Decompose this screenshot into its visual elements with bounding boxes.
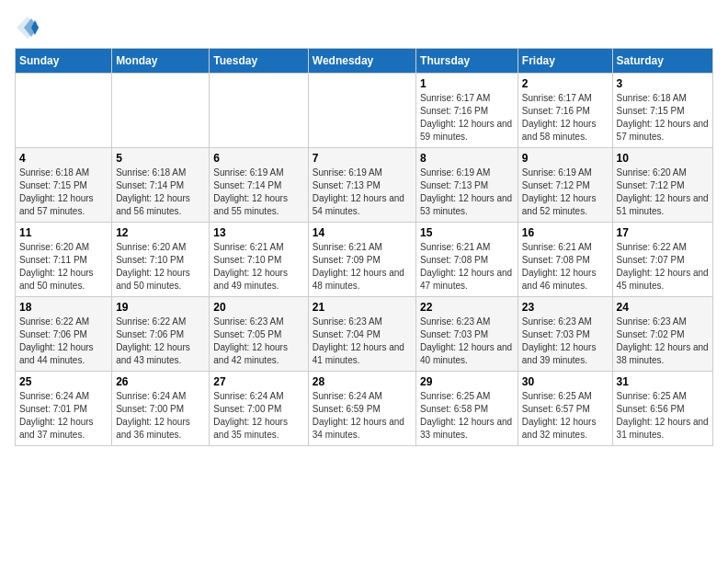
day-cell: 30Sunrise: 6:25 AMSunset: 6:57 PMDayligh… (518, 372, 612, 446)
header-monday: Monday (112, 49, 210, 74)
day-cell: 16Sunrise: 6:21 AMSunset: 7:08 PMDayligh… (518, 223, 612, 297)
day-cell (112, 74, 210, 148)
day-cell (16, 74, 112, 148)
day-info: Sunrise: 6:24 AMSunset: 7:00 PMDaylight:… (213, 390, 303, 442)
day-info: Sunrise: 6:25 AMSunset: 6:58 PMDaylight:… (420, 390, 514, 442)
day-info: Sunrise: 6:22 AMSunset: 7:07 PMDaylight:… (617, 241, 709, 293)
day-cell: 10Sunrise: 6:20 AMSunset: 7:12 PMDayligh… (612, 148, 712, 223)
day-info: Sunrise: 6:19 AMSunset: 7:13 PMDaylight:… (420, 167, 514, 218)
day-cell: 21Sunrise: 6:23 AMSunset: 7:04 PMDayligh… (308, 297, 415, 372)
day-number: 12 (116, 226, 205, 239)
day-number: 29 (420, 375, 514, 388)
day-number: 18 (19, 301, 108, 314)
week-row-1: 1Sunrise: 6:17 AMSunset: 7:16 PMDaylight… (16, 74, 713, 148)
day-info: Sunrise: 6:20 AMSunset: 7:11 PMDaylight:… (19, 241, 108, 293)
day-cell: 9Sunrise: 6:19 AMSunset: 7:12 PMDaylight… (518, 148, 612, 223)
day-number: 1 (420, 77, 514, 90)
day-cell: 6Sunrise: 6:19 AMSunset: 7:14 PMDaylight… (210, 148, 308, 223)
day-info: Sunrise: 6:25 AMSunset: 6:57 PMDaylight:… (522, 390, 609, 442)
day-info: Sunrise: 6:17 AMSunset: 7:16 PMDaylight:… (420, 92, 514, 144)
day-number: 9 (522, 152, 609, 165)
week-row-4: 18Sunrise: 6:22 AMSunset: 7:06 PMDayligh… (16, 297, 713, 372)
page-header (15, 15, 713, 40)
day-cell: 4Sunrise: 6:18 AMSunset: 7:15 PMDaylight… (16, 148, 112, 223)
day-number: 28 (313, 375, 412, 388)
day-info: Sunrise: 6:22 AMSunset: 7:06 PMDaylight:… (19, 316, 108, 367)
day-cell: 31Sunrise: 6:25 AMSunset: 6:56 PMDayligh… (612, 372, 712, 446)
header-friday: Friday (518, 49, 612, 74)
day-number: 24 (617, 301, 709, 314)
day-number: 2 (522, 77, 609, 90)
day-info: Sunrise: 6:18 AMSunset: 7:15 PMDaylight:… (19, 167, 108, 218)
header-tuesday: Tuesday (210, 49, 308, 74)
day-cell: 15Sunrise: 6:21 AMSunset: 7:08 PMDayligh… (416, 223, 518, 297)
day-cell (210, 74, 308, 148)
day-number: 15 (420, 226, 514, 239)
day-number: 20 (213, 301, 303, 314)
day-cell: 23Sunrise: 6:23 AMSunset: 7:03 PMDayligh… (518, 297, 612, 372)
day-number: 4 (19, 152, 108, 165)
day-info: Sunrise: 6:21 AMSunset: 7:08 PMDaylight:… (522, 241, 609, 293)
day-cell: 20Sunrise: 6:23 AMSunset: 7:05 PMDayligh… (210, 297, 308, 372)
week-row-2: 4Sunrise: 6:18 AMSunset: 7:15 PMDaylight… (16, 148, 713, 223)
day-cell: 12Sunrise: 6:20 AMSunset: 7:10 PMDayligh… (112, 223, 210, 297)
header-sunday: Sunday (16, 49, 112, 74)
day-number: 25 (19, 375, 108, 388)
day-info: Sunrise: 6:23 AMSunset: 7:04 PMDaylight:… (313, 316, 412, 367)
day-number: 19 (116, 301, 205, 314)
day-cell: 14Sunrise: 6:21 AMSunset: 7:09 PMDayligh… (308, 223, 415, 297)
day-info: Sunrise: 6:20 AMSunset: 7:12 PMDaylight:… (617, 167, 709, 218)
day-number: 14 (313, 226, 412, 239)
day-cell: 3Sunrise: 6:18 AMSunset: 7:15 PMDaylight… (612, 74, 712, 148)
day-number: 7 (313, 152, 412, 165)
logo-icon (15, 15, 40, 40)
day-info: Sunrise: 6:18 AMSunset: 7:15 PMDaylight:… (617, 92, 709, 144)
day-number: 30 (522, 375, 609, 388)
day-info: Sunrise: 6:19 AMSunset: 7:14 PMDaylight:… (213, 167, 303, 218)
day-info: Sunrise: 6:19 AMSunset: 7:12 PMDaylight:… (522, 167, 609, 218)
day-number: 23 (522, 301, 609, 314)
day-info: Sunrise: 6:21 AMSunset: 7:09 PMDaylight:… (313, 241, 412, 293)
day-info: Sunrise: 6:21 AMSunset: 7:08 PMDaylight:… (420, 241, 514, 293)
day-cell: 5Sunrise: 6:18 AMSunset: 7:14 PMDaylight… (112, 148, 210, 223)
day-info: Sunrise: 6:23 AMSunset: 7:03 PMDaylight:… (420, 316, 514, 367)
day-cell: 17Sunrise: 6:22 AMSunset: 7:07 PMDayligh… (612, 223, 712, 297)
day-number: 16 (522, 226, 609, 239)
day-cell: 25Sunrise: 6:24 AMSunset: 7:01 PMDayligh… (16, 372, 112, 446)
day-info: Sunrise: 6:20 AMSunset: 7:10 PMDaylight:… (116, 241, 205, 293)
week-row-5: 25Sunrise: 6:24 AMSunset: 7:01 PMDayligh… (16, 372, 713, 446)
day-info: Sunrise: 6:23 AMSunset: 7:05 PMDaylight:… (213, 316, 303, 367)
day-info: Sunrise: 6:23 AMSunset: 7:03 PMDaylight:… (522, 316, 609, 367)
day-number: 5 (116, 152, 205, 165)
day-cell: 28Sunrise: 6:24 AMSunset: 6:59 PMDayligh… (308, 372, 415, 446)
day-number: 27 (213, 375, 303, 388)
day-cell: 19Sunrise: 6:22 AMSunset: 7:06 PMDayligh… (112, 297, 210, 372)
day-info: Sunrise: 6:24 AMSunset: 7:00 PMDaylight:… (116, 390, 205, 442)
day-info: Sunrise: 6:21 AMSunset: 7:10 PMDaylight:… (213, 241, 303, 293)
day-info: Sunrise: 6:24 AMSunset: 7:01 PMDaylight:… (19, 390, 108, 442)
day-info: Sunrise: 6:17 AMSunset: 7:16 PMDaylight:… (522, 92, 609, 144)
day-cell: 7Sunrise: 6:19 AMSunset: 7:13 PMDaylight… (308, 148, 415, 223)
day-info: Sunrise: 6:22 AMSunset: 7:06 PMDaylight:… (116, 316, 205, 367)
day-number: 8 (420, 152, 514, 165)
day-number: 3 (617, 77, 709, 90)
day-info: Sunrise: 6:25 AMSunset: 6:56 PMDaylight:… (617, 390, 709, 442)
day-cell: 22Sunrise: 6:23 AMSunset: 7:03 PMDayligh… (416, 297, 518, 372)
calendar-table: SundayMondayTuesdayWednesdayThursdayFrid… (15, 48, 713, 446)
day-number: 6 (213, 152, 303, 165)
day-cell: 29Sunrise: 6:25 AMSunset: 6:58 PMDayligh… (416, 372, 518, 446)
day-cell: 27Sunrise: 6:24 AMSunset: 7:00 PMDayligh… (210, 372, 308, 446)
logo (15, 15, 44, 40)
day-cell: 18Sunrise: 6:22 AMSunset: 7:06 PMDayligh… (16, 297, 112, 372)
day-cell: 13Sunrise: 6:21 AMSunset: 7:10 PMDayligh… (210, 223, 308, 297)
day-number: 13 (213, 226, 303, 239)
day-number: 17 (617, 226, 709, 239)
day-cell: 26Sunrise: 6:24 AMSunset: 7:00 PMDayligh… (112, 372, 210, 446)
day-cell: 8Sunrise: 6:19 AMSunset: 7:13 PMDaylight… (416, 148, 518, 223)
header-saturday: Saturday (612, 49, 712, 74)
day-cell: 11Sunrise: 6:20 AMSunset: 7:11 PMDayligh… (16, 223, 112, 297)
day-cell: 2Sunrise: 6:17 AMSunset: 7:16 PMDaylight… (518, 74, 612, 148)
day-info: Sunrise: 6:23 AMSunset: 7:02 PMDaylight:… (617, 316, 709, 367)
day-cell: 1Sunrise: 6:17 AMSunset: 7:16 PMDaylight… (416, 74, 518, 148)
day-number: 22 (420, 301, 514, 314)
